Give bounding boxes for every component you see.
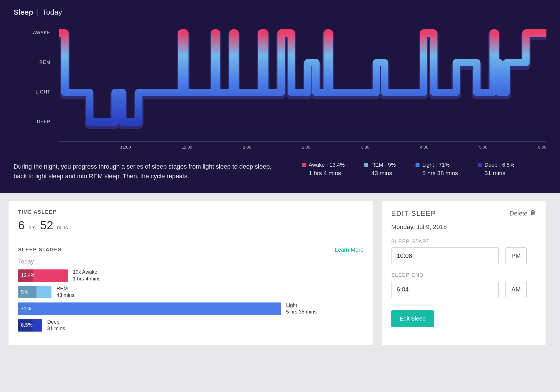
edit-sleep-card: EDIT SLEEP Delete Monday, Jul 9, 2018 SL… — [382, 201, 546, 345]
x-axis-labels: 10:0011:0012:001:002:003:004:005:006:00 — [59, 141, 546, 149]
legend-label: Deep - 6.5% — [485, 162, 514, 168]
sleep-start-label: SLEEP START — [391, 239, 536, 245]
legend-swatch — [302, 163, 306, 167]
stage-legend: Awake - 13.4% 1 hrs 4 mins REM - 9% 43 m… — [302, 162, 546, 181]
sleep-stages-label: SLEEP STAGES — [18, 247, 62, 253]
legend-duration: 5 hrs 38 mins — [422, 170, 458, 177]
svg-rect-4 — [327, 30, 329, 36]
legend-label: REM - 9% — [371, 162, 396, 168]
stage-bar-row: 71% Light5 hrs 38 mins — [18, 302, 364, 315]
x-tick: 1:00 — [243, 145, 251, 149]
time-asleep-label: TIME ASLEEP — [18, 209, 364, 215]
svg-rect-5 — [493, 30, 495, 36]
sleep-chart-area: 10:0011:0012:001:002:003:004:005:006:00 — [59, 22, 546, 152]
legend-item: Deep - 6.5% 31 mins — [478, 162, 514, 181]
x-tick: 6:00 — [538, 145, 546, 149]
time-asleep-value: 6 hrs 52 mins — [18, 219, 364, 232]
y-label-light: LIGHT — [14, 90, 59, 119]
legend-swatch — [364, 163, 368, 167]
stage-bar-row: 13.4% 19x Awake1 hrs 4 mins — [18, 269, 364, 282]
cards-row: TIME ASLEEP 6 hrs 52 mins SLEEP STAGES L… — [0, 193, 560, 353]
legend-swatch — [416, 163, 420, 167]
mins-unit: mins — [57, 225, 68, 230]
delete-label: Delete — [509, 210, 527, 217]
title-separator: | — [37, 8, 39, 16]
edit-date: Monday, Jul 9, 2018 — [391, 223, 536, 231]
legend-item: REM - 9% 43 mins — [364, 162, 396, 181]
legend-label: Awake - 13.4% — [309, 162, 345, 168]
x-tick: 11:00 — [120, 145, 131, 149]
hours-unit: hrs — [29, 225, 36, 230]
y-label-rem: REM — [14, 60, 59, 90]
stage-bar: 6.5% — [18, 319, 42, 332]
stage-bar-label: REM43 mins — [57, 286, 74, 299]
legend-duration: 1 hrs 4 mins — [309, 170, 345, 177]
legend-label: Light - 71% — [422, 162, 449, 168]
y-axis-labels: AWAKE REM LIGHT DEEP — [14, 22, 59, 152]
stage-bar: 9% — [18, 286, 51, 298]
sleep-start-row: PM — [391, 247, 536, 264]
stages-subtitle: Today — [18, 258, 364, 265]
sleep-end-ampm[interactable]: AM — [505, 281, 527, 298]
svg-rect-2 — [233, 30, 235, 36]
sleep-chart-wrap: AWAKE REM LIGHT DEEP 10:0011:0012:001:00… — [14, 22, 546, 152]
svg-rect-1 — [215, 30, 216, 36]
legend-duration: 31 mins — [485, 170, 514, 177]
sleep-end-input[interactable] — [391, 281, 499, 298]
sleep-stages-section: SLEEP STAGES Learn More Today 13.4% 19x … — [8, 240, 373, 345]
learn-more-link[interactable]: Learn More — [335, 247, 364, 253]
stage-bar-pct: 71% — [18, 306, 31, 312]
stage-bar-pct: 6.5% — [18, 322, 33, 328]
y-label-deep: DEEP — [14, 119, 59, 149]
stage-bar-row: 6.5% Deep31 mins — [18, 319, 364, 332]
svg-rect-3 — [262, 30, 263, 36]
time-asleep-section: TIME ASLEEP 6 hrs 52 mins — [8, 201, 373, 240]
legend-item: Awake - 13.4% 1 hrs 4 mins — [302, 162, 345, 181]
stage-bar-label: 19x Awake1 hrs 4 mins — [73, 269, 101, 282]
sleep-end-label: SLEEP END — [391, 272, 536, 278]
stage-bar-pct: 13.4% — [18, 273, 35, 278]
sleep-hero: Sleep | Today AWAKE REM LIGHT DEEP 10:00… — [0, 0, 560, 193]
edit-sleep-title: EDIT SLEEP — [391, 210, 436, 217]
time-asleep-card: TIME ASLEEP 6 hrs 52 mins SLEEP STAGES L… — [8, 201, 373, 345]
sleep-end-row: AM — [391, 281, 536, 298]
stage-bar-pct: 9% — [18, 289, 28, 295]
legend-swatch — [478, 163, 482, 167]
page-title: Sleep | Today — [14, 8, 546, 17]
x-tick: 2:00 — [302, 145, 310, 149]
trash-icon — [530, 209, 536, 218]
sleep-start-input[interactable] — [391, 247, 499, 264]
x-tick: 3:00 — [361, 145, 369, 149]
stage-bar-label: Light5 hrs 38 mins — [286, 302, 317, 315]
mins-value: 52 — [40, 219, 53, 232]
stage-bar: 13.4% — [18, 269, 68, 282]
legend-duration: 43 mins — [371, 170, 396, 177]
sleep-description: During the night, you progress through a… — [14, 162, 285, 181]
edit-sleep-button[interactable]: Edit Sleep — [391, 310, 434, 327]
hours-value: 6 — [18, 219, 25, 232]
sleep-stage-chart — [59, 22, 546, 140]
page-title-main: Sleep — [14, 8, 33, 16]
svg-rect-0 — [183, 30, 185, 36]
hero-footer: During the night, you progress through a… — [14, 162, 546, 181]
y-label-awake: AWAKE — [14, 30, 59, 60]
sleep-start-ampm[interactable]: PM — [505, 247, 527, 264]
x-tick: 12:00 — [181, 145, 192, 149]
stage-bar-label: Deep31 mins — [47, 319, 65, 332]
x-tick: 4:00 — [420, 145, 428, 149]
stage-bar-row: 9% REM43 mins — [18, 286, 364, 299]
x-tick: 5:00 — [479, 145, 487, 149]
page-title-sub: Today — [42, 8, 62, 16]
stage-bars: 13.4% 19x Awake1 hrs 4 mins 9% REM43 min… — [18, 269, 364, 332]
stage-bar: 71% — [18, 302, 281, 315]
delete-button[interactable]: Delete — [509, 209, 536, 218]
edit-header: EDIT SLEEP Delete — [391, 209, 536, 218]
legend-item: Light - 71% 5 hrs 38 mins — [416, 162, 458, 181]
stages-header: SLEEP STAGES Learn More — [18, 247, 364, 253]
